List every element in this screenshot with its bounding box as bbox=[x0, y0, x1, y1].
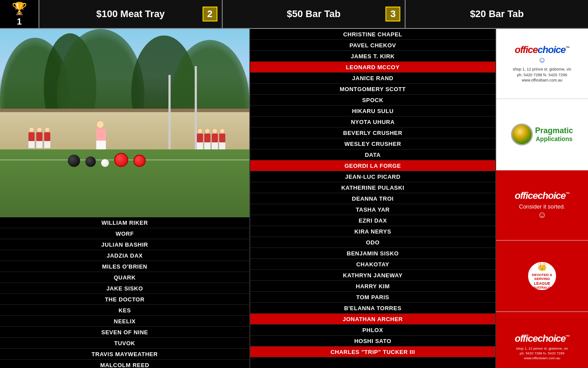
name-row-col2-1: PAVEL CHEKOV bbox=[250, 40, 495, 51]
pragmatic-name: Pragmatic bbox=[535, 126, 573, 135]
section1-title: $100 Meat Tray bbox=[96, 8, 165, 20]
bowl-black-2 bbox=[85, 156, 96, 167]
name-row-col2-22: KATHRYN JANEWAY bbox=[250, 270, 495, 281]
figure-right-4 bbox=[219, 128, 225, 149]
figure-right-3 bbox=[212, 128, 218, 149]
name-row-col2-18: KIRA NERYS bbox=[250, 226, 495, 237]
name-row-col2-6: SPOCK bbox=[250, 95, 495, 106]
name-row-col2-23: HARRY KIM bbox=[250, 281, 495, 292]
ad-pragmatic: Pragmatic Applications bbox=[496, 99, 588, 171]
bowling-scene bbox=[0, 29, 249, 217]
pragmatic-sub: Applications bbox=[535, 135, 573, 142]
bowl-red-1 bbox=[114, 153, 128, 167]
name-row-col2-26: JONATHAN ARCHER bbox=[250, 314, 495, 325]
section1-number: 2 bbox=[203, 7, 217, 21]
name-row-col2-13: JEAN-LUC PICARD bbox=[250, 171, 495, 182]
name-row-col2-7: HIKARU SULU bbox=[250, 106, 495, 117]
name-row-col2-16: TASHA YAR bbox=[250, 204, 495, 215]
section2-header: $50 Bar Tab 3 bbox=[223, 0, 406, 28]
name-row-col1-8: KES bbox=[0, 305, 249, 316]
office-choice-logo-3: officechoice™ bbox=[500, 333, 584, 344]
name-row-col2-10: WESLEY CRUSHER bbox=[250, 138, 495, 149]
trophy-icon: 🏆 bbox=[12, 1, 27, 16]
name-row-col2-21: CHAKOTAY bbox=[250, 259, 495, 270]
name-row-col2-3: LEONARD MCCOY bbox=[250, 62, 495, 73]
name-row-col2-29: CHARLES "TRIP" TUCKER III bbox=[250, 347, 495, 357]
name-row-col1-4: MILES O'BRIEN bbox=[0, 261, 249, 272]
name-row-col1-5: QUARK bbox=[0, 272, 249, 283]
name-row-col1-6: JAKE SISKO bbox=[0, 283, 249, 294]
name-row-col2-25: B'ELANNA TORRES bbox=[250, 303, 495, 314]
name-row-col1-12: TRAVIS MAYWEATHER bbox=[0, 349, 249, 360]
name-row-col2-0: CHRISTINE CHAPEL bbox=[250, 29, 495, 40]
name-row-col2-11: DATA bbox=[250, 149, 495, 160]
name-row-col2-20: BENJAMIN SISKO bbox=[250, 248, 495, 259]
section3-title: $20 Bar Tab bbox=[470, 8, 524, 20]
name-row-col1-2: JULIAN BASHIR bbox=[0, 239, 249, 250]
name-row-col1-3: JADZIA DAX bbox=[0, 250, 249, 261]
middle-column: CHRISTINE CHAPELPAVEL CHEKOVJAMES T. KIR… bbox=[249, 29, 496, 368]
name-row-col1-9: NEELIX bbox=[0, 316, 249, 327]
header: 🏆 1 $100 Meat Tray 2 $50 Bar Tab 3 $20 B… bbox=[0, 0, 588, 29]
logo-number: 1 bbox=[17, 17, 21, 27]
right-column-ads: officechoice™ ☺ shop 1, 12 prince st. gi… bbox=[496, 29, 588, 368]
name-row-col1-7: THE DOCTOR bbox=[0, 294, 249, 305]
office-choice-2-tagline: Consider it sorted. bbox=[500, 203, 584, 210]
name-row-col2-12: GEORDI LA FORGE bbox=[250, 160, 495, 171]
ad-rsl: 👑 DEVOTED & SERVING LEAGUE AUSTRALIA bbox=[496, 241, 588, 312]
name-row-col1-1: WORF bbox=[0, 228, 249, 239]
figure-left-3 bbox=[44, 127, 50, 148]
bowl-black-1 bbox=[68, 155, 80, 167]
figure-right-2 bbox=[204, 128, 210, 149]
name-row-col2-17: EZRI DAX bbox=[250, 215, 495, 226]
figure-main bbox=[96, 120, 106, 149]
name-row-col2-5: MONTGOMERY SCOTT bbox=[250, 84, 495, 95]
name-row-col2-19: ODO bbox=[250, 237, 495, 248]
ad-office-choice-1: officechoice™ ☺ shop 1, 12 prince st. gi… bbox=[496, 29, 588, 99]
figure-left-1 bbox=[28, 127, 35, 148]
name-row-col2-28: HOSHI SATO bbox=[250, 336, 495, 347]
names-list-1: WILLIAM RIKERWORFJULIAN BASHIRJADZIA DAX… bbox=[0, 217, 249, 368]
section3-header: $20 Bar Tab bbox=[406, 0, 588, 28]
name-row-col2-9: BEVERLY CRUSHER bbox=[250, 127, 495, 138]
section1-header: $100 Meat Tray 2 bbox=[39, 0, 223, 28]
rsl-badge: 👑 DEVOTED & SERVING LEAGUE AUSTRALIA bbox=[527, 261, 557, 291]
office-choice-logo-2: officechoice™ bbox=[500, 190, 584, 202]
name-row-col2-24: TOM PARIS bbox=[250, 292, 495, 303]
figure-right-1 bbox=[197, 128, 203, 149]
pragmatic-orb bbox=[511, 124, 533, 145]
left-column: WILLIAM RIKERWORFJULIAN BASHIRJADZIA DAX… bbox=[0, 29, 249, 368]
ad-office-choice-3: officechoice™ shop 1, 12 prince st. gisb… bbox=[496, 312, 588, 368]
header-logo: 🏆 1 bbox=[0, 0, 39, 28]
name-row-col1-11: TUVOK bbox=[0, 338, 249, 349]
name-row-col2-8: NYOTA UHURA bbox=[250, 117, 495, 127]
name-row-col2-15: DEANNA TROI bbox=[250, 193, 495, 204]
name-row-col1-10: SEVEN OF NINE bbox=[0, 327, 249, 338]
name-row-col2-2: JAMES T. KIRK bbox=[250, 51, 495, 62]
name-row-col2-27: PHLOX bbox=[250, 325, 495, 336]
bowl-jack bbox=[101, 159, 109, 167]
section2-title: $50 Bar Tab bbox=[287, 8, 340, 20]
name-row-col2-14: KATHERINE PULASKI bbox=[250, 182, 495, 193]
name-row-col1-0: WILLIAM RIKER bbox=[0, 217, 249, 228]
section2-number: 3 bbox=[385, 7, 400, 21]
main-content: WILLIAM RIKERWORFJULIAN BASHIRJADZIA DAX… bbox=[0, 29, 588, 368]
ad-office-choice-2: officechoice™ Consider it sorted. ☺ bbox=[496, 170, 588, 241]
name-row-col1-13: MALCOLM REED bbox=[0, 360, 249, 368]
ad-office-choice-3-address: shop 1, 12 prince st. gisborne, vic ph. … bbox=[500, 346, 584, 361]
ad-office-choice-1-address: shop 1, 12 prince st. gisborne, vic ph. … bbox=[503, 67, 581, 83]
figure-left-2 bbox=[36, 127, 42, 148]
office-choice-logo-1: officechoice™ bbox=[503, 44, 581, 56]
bowl-red-2 bbox=[133, 155, 146, 167]
name-row-col2-4: JANICE RAND bbox=[250, 73, 495, 84]
